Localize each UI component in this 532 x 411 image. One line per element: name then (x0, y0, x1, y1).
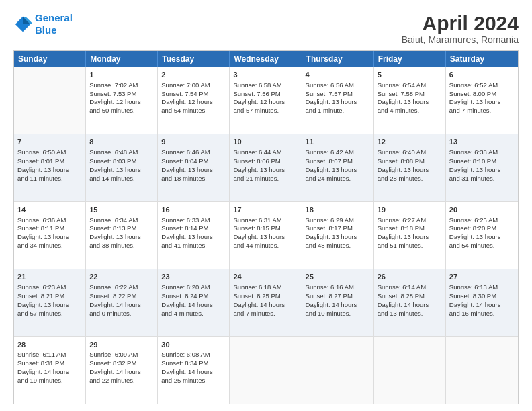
title-block: April 2024 Baiut, Maramures, Romania (402, 12, 519, 45)
day-info: Sunrise: 6:46 AM Sunset: 8:04 PM Dayligh… (161, 148, 213, 181)
empty-cell-4-3 (230, 337, 302, 404)
day-number: 3 (233, 70, 298, 80)
header-day-monday: Monday (86, 51, 158, 67)
day-info: Sunrise: 6:42 AM Sunset: 8:07 PM Dayligh… (306, 148, 357, 181)
empty-cell-0-0 (14, 67, 86, 134)
header-day-wednesday: Wednesday (230, 51, 302, 67)
day-info: Sunrise: 6:50 AM Sunset: 8:01 PM Dayligh… (17, 148, 69, 181)
day-cell-26: 26Sunrise: 6:14 AM Sunset: 8:28 PM Dayli… (374, 269, 446, 336)
day-cell-27: 27Sunrise: 6:13 AM Sunset: 8:30 PM Dayli… (446, 269, 518, 336)
day-number: 12 (378, 137, 442, 147)
day-info: Sunrise: 6:25 AM Sunset: 8:20 PM Dayligh… (449, 216, 501, 249)
day-info: Sunrise: 6:22 AM Sunset: 8:22 PM Dayligh… (89, 283, 141, 316)
day-number: 26 (378, 272, 442, 282)
day-number: 30 (161, 340, 226, 350)
day-cell-19: 19Sunrise: 6:27 AM Sunset: 8:18 PM Dayli… (374, 202, 446, 269)
day-cell-17: 17Sunrise: 6:31 AM Sunset: 8:15 PM Dayli… (230, 202, 302, 269)
day-number: 22 (89, 272, 154, 282)
day-info: Sunrise: 6:36 AM Sunset: 8:11 PM Dayligh… (17, 216, 69, 249)
header-day-saturday: Saturday (446, 51, 518, 67)
subtitle: Baiut, Maramures, Romania (402, 34, 519, 45)
header-day-thursday: Thursday (302, 51, 374, 67)
day-number: 20 (449, 205, 515, 215)
week-row-3: 14Sunrise: 6:36 AM Sunset: 8:11 PM Dayli… (14, 202, 518, 269)
logo-line2: Blue (35, 24, 57, 36)
day-cell-25: 25Sunrise: 6:16 AM Sunset: 8:27 PM Dayli… (302, 269, 374, 336)
day-cell-12: 12Sunrise: 6:40 AM Sunset: 8:08 PM Dayli… (374, 134, 446, 201)
day-cell-1: 1Sunrise: 7:02 AM Sunset: 7:53 PM Daylig… (86, 67, 158, 134)
day-number: 2 (161, 70, 226, 80)
day-number: 24 (233, 272, 298, 282)
header-day-friday: Friday (374, 51, 446, 67)
day-number: 21 (17, 272, 82, 282)
day-number: 7 (17, 137, 82, 147)
day-cell-23: 23Sunrise: 6:20 AM Sunset: 8:24 PM Dayli… (158, 269, 230, 336)
day-info: Sunrise: 6:44 AM Sunset: 8:06 PM Dayligh… (233, 148, 285, 181)
day-cell-15: 15Sunrise: 6:34 AM Sunset: 8:13 PM Dayli… (86, 202, 158, 269)
week-row-2: 7Sunrise: 6:50 AM Sunset: 8:01 PM Daylig… (14, 134, 518, 201)
page: General Blue April 2024 Baiut, Maramures… (0, 0, 532, 411)
empty-cell-4-6 (446, 337, 518, 404)
day-info: Sunrise: 6:38 AM Sunset: 8:10 PM Dayligh… (449, 148, 501, 181)
day-number: 29 (89, 340, 154, 350)
day-number: 23 (161, 272, 226, 282)
logo-line1: General (35, 12, 73, 24)
day-cell-21: 21Sunrise: 6:23 AM Sunset: 8:21 PM Dayli… (14, 269, 86, 336)
empty-cell-4-5 (374, 337, 446, 404)
day-number: 10 (233, 137, 298, 147)
day-info: Sunrise: 6:31 AM Sunset: 8:15 PM Dayligh… (233, 216, 285, 249)
day-cell-28: 28Sunrise: 6:11 AM Sunset: 8:31 PM Dayli… (14, 337, 86, 404)
day-cell-29: 29Sunrise: 6:09 AM Sunset: 8:32 PM Dayli… (86, 337, 158, 404)
day-number: 6 (449, 70, 515, 80)
calendar: SundayMondayTuesdayWednesdayThursdayFrid… (13, 50, 519, 404)
day-number: 9 (161, 137, 226, 147)
day-number: 28 (17, 340, 82, 350)
day-cell-24: 24Sunrise: 6:18 AM Sunset: 8:25 PM Dayli… (230, 269, 302, 336)
day-info: Sunrise: 6:20 AM Sunset: 8:24 PM Dayligh… (161, 283, 213, 316)
day-cell-10: 10Sunrise: 6:44 AM Sunset: 8:06 PM Dayli… (230, 134, 302, 201)
day-info: Sunrise: 6:18 AM Sunset: 8:25 PM Dayligh… (233, 283, 285, 316)
day-number: 4 (306, 70, 370, 80)
day-info: Sunrise: 6:23 AM Sunset: 8:21 PM Dayligh… (17, 283, 69, 316)
day-number: 1 (89, 70, 154, 80)
day-cell-9: 9Sunrise: 6:46 AM Sunset: 8:04 PM Daylig… (158, 134, 230, 201)
day-number: 8 (89, 137, 154, 147)
day-cell-18: 18Sunrise: 6:29 AM Sunset: 8:17 PM Dayli… (302, 202, 374, 269)
day-number: 16 (161, 205, 226, 215)
day-info: Sunrise: 6:27 AM Sunset: 8:18 PM Dayligh… (378, 216, 429, 249)
day-info: Sunrise: 7:00 AM Sunset: 7:54 PM Dayligh… (161, 81, 213, 114)
empty-cell-4-4 (302, 337, 374, 404)
day-info: Sunrise: 6:54 AM Sunset: 7:58 PM Dayligh… (378, 81, 429, 114)
day-cell-7: 7Sunrise: 6:50 AM Sunset: 8:01 PM Daylig… (14, 134, 86, 201)
logo: General Blue (13, 12, 73, 36)
main-title: April 2024 (402, 12, 519, 34)
day-cell-20: 20Sunrise: 6:25 AM Sunset: 8:20 PM Dayli… (446, 202, 518, 269)
day-cell-5: 5Sunrise: 6:54 AM Sunset: 7:58 PM Daylig… (374, 67, 446, 134)
day-cell-30: 30Sunrise: 6:08 AM Sunset: 8:34 PM Dayli… (158, 337, 230, 404)
week-row-4: 21Sunrise: 6:23 AM Sunset: 8:21 PM Dayli… (14, 269, 518, 336)
day-info: Sunrise: 6:33 AM Sunset: 8:14 PM Dayligh… (161, 216, 213, 249)
day-info: Sunrise: 6:52 AM Sunset: 8:00 PM Dayligh… (449, 81, 501, 114)
header: General Blue April 2024 Baiut, Maramures… (13, 12, 519, 45)
day-cell-8: 8Sunrise: 6:48 AM Sunset: 8:03 PM Daylig… (86, 134, 158, 201)
day-cell-22: 22Sunrise: 6:22 AM Sunset: 8:22 PM Dayli… (86, 269, 158, 336)
day-cell-14: 14Sunrise: 6:36 AM Sunset: 8:11 PM Dayli… (14, 202, 86, 269)
day-cell-2: 2Sunrise: 7:00 AM Sunset: 7:54 PM Daylig… (158, 67, 230, 134)
day-cell-13: 13Sunrise: 6:38 AM Sunset: 8:10 PM Dayli… (446, 134, 518, 201)
day-number: 5 (378, 70, 442, 80)
day-number: 15 (89, 205, 154, 215)
day-info: Sunrise: 6:58 AM Sunset: 7:56 PM Dayligh… (233, 81, 285, 114)
day-cell-3: 3Sunrise: 6:58 AM Sunset: 7:56 PM Daylig… (230, 67, 302, 134)
day-number: 14 (17, 205, 82, 215)
day-number: 18 (306, 205, 370, 215)
calendar-body: 1Sunrise: 7:02 AM Sunset: 7:53 PM Daylig… (14, 67, 518, 404)
day-info: Sunrise: 6:08 AM Sunset: 8:34 PM Dayligh… (161, 351, 213, 383)
day-number: 19 (378, 205, 442, 215)
day-info: Sunrise: 6:16 AM Sunset: 8:27 PM Dayligh… (306, 283, 357, 316)
day-info: Sunrise: 6:56 AM Sunset: 7:57 PM Dayligh… (306, 81, 357, 114)
week-row-1: 1Sunrise: 7:02 AM Sunset: 7:53 PM Daylig… (14, 67, 518, 134)
day-info: Sunrise: 7:02 AM Sunset: 7:53 PM Dayligh… (89, 81, 141, 114)
day-number: 17 (233, 205, 298, 215)
day-info: Sunrise: 6:48 AM Sunset: 8:03 PM Dayligh… (89, 148, 141, 181)
day-info: Sunrise: 6:13 AM Sunset: 8:30 PM Dayligh… (449, 283, 501, 316)
